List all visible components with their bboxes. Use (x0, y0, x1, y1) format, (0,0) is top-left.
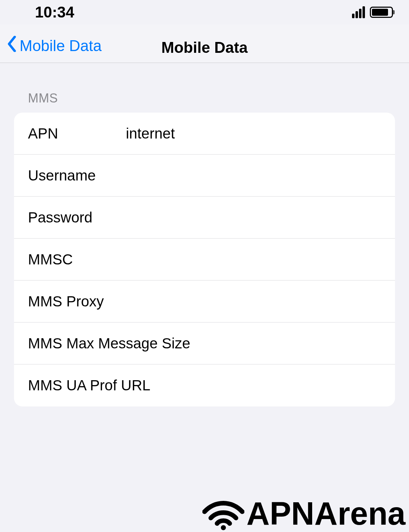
row-mms-proxy[interactable]: MMS Proxy (14, 281, 395, 322)
label-username: Username (28, 167, 126, 184)
row-apn[interactable]: APN (14, 113, 395, 155)
row-mms-max-size[interactable]: MMS Max Message Size (14, 322, 395, 364)
label-apn: APN (28, 125, 126, 142)
input-username[interactable] (126, 167, 381, 184)
row-password[interactable]: Password (14, 197, 395, 239)
status-indicators (352, 6, 396, 18)
row-mms-ua-prof[interactable]: MMS UA Prof URL (14, 364, 395, 406)
back-button[interactable]: Mobile Data (7, 36, 102, 55)
label-mmsc: MMSC (28, 251, 126, 268)
status-time: 10:34 (35, 3, 74, 21)
label-password: Password (28, 209, 126, 226)
brand-text: APNArena (246, 495, 406, 532)
input-apn[interactable] (126, 125, 381, 142)
input-password[interactable] (126, 209, 381, 226)
settings-card: APN Username Password MMSC MMS Proxy MMS… (14, 113, 395, 406)
chevron-left-icon (7, 36, 17, 55)
svg-point-1 (221, 525, 226, 530)
label-mms-proxy: MMS Proxy (28, 293, 104, 310)
brand-logo: APNArena (202, 495, 409, 532)
status-bar: 10:34 (0, 0, 409, 24)
section-header-mms: MMS (14, 63, 395, 113)
input-mmsc[interactable] (126, 251, 381, 268)
nav-bar: Mobile Data Mobile Data (0, 24, 409, 63)
input-mms-max-size[interactable] (190, 335, 381, 352)
cellular-signal-icon (352, 6, 365, 18)
battery-icon (370, 7, 393, 18)
label-mms-max-size: MMS Max Message Size (28, 335, 190, 352)
nav-title: Mobile Data (162, 39, 248, 56)
back-label: Mobile Data (20, 37, 102, 54)
wifi-icon (202, 496, 244, 531)
input-mms-ua-prof[interactable] (150, 377, 381, 394)
row-username[interactable]: Username (14, 155, 395, 197)
input-mms-proxy[interactable] (104, 293, 381, 310)
label-mms-ua-prof: MMS UA Prof URL (28, 377, 150, 394)
row-mmsc[interactable]: MMSC (14, 239, 395, 281)
